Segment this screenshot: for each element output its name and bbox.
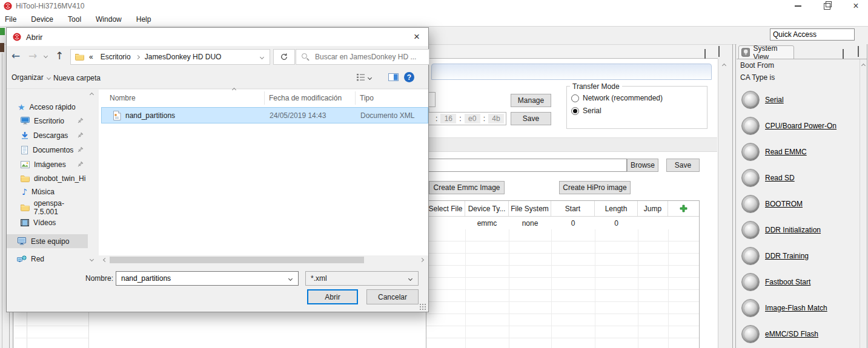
sidebar-scrollbar[interactable]	[88, 90, 96, 265]
mac-address-fields[interactable]: : 16 : e0 : 4b	[426, 112, 506, 125]
sidebar-item-folder[interactable]: openspa-7.5.001	[7, 200, 88, 214]
sidebar-item-desktop[interactable]: Escritorio	[7, 114, 88, 128]
sidebar-item-network[interactable]: Red	[7, 252, 88, 266]
column-header-date[interactable]: Fecha de modificación	[269, 94, 342, 102]
file-name-input[interactable]	[120, 274, 283, 283]
preview-pane-button[interactable]	[388, 73, 399, 83]
system-view-item[interactable]: eMMC/SD Flash	[741, 325, 860, 343]
add-row-button[interactable]	[668, 201, 699, 216]
save-button-top[interactable]: Save	[511, 112, 551, 125]
save-button-mid[interactable]: Save	[666, 159, 700, 172]
system-view-item-label[interactable]: eMMC/SD Flash	[765, 330, 818, 338]
file-system-cell[interactable]: none	[509, 217, 551, 230]
system-view-item[interactable]: Read EMMC	[741, 143, 860, 161]
file-type-dropdown-chevron[interactable]	[408, 276, 412, 280]
column-header[interactable]: Select File	[426, 201, 465, 216]
view-mode-button[interactable]	[357, 74, 371, 81]
system-view-item-label[interactable]: DDR Training	[765, 252, 809, 260]
resize-grip[interactable]	[419, 303, 426, 310]
radio-selected-icon[interactable]	[571, 107, 579, 115]
sidebar-item-this-pc[interactable]: Este equipo	[7, 234, 88, 248]
length-cell[interactable]: 0	[595, 217, 638, 230]
system-view-item-label[interactable]: DDR Initialization	[765, 226, 821, 234]
sidebar-item-downloads[interactable]: Descargas	[7, 128, 88, 142]
jump-cell[interactable]	[638, 217, 668, 230]
column-header[interactable]: Device Ty...	[465, 201, 509, 216]
manage-button[interactable]: Manage	[511, 94, 551, 107]
network-radio[interactable]: Network (recommended)	[571, 94, 663, 102]
dialog-close-button[interactable]: ×	[405, 28, 428, 46]
system-view-item[interactable]: BOOTROM	[741, 195, 860, 213]
radio-icon[interactable]	[571, 94, 579, 102]
sidebar-item-quick-access[interactable]: ★ Acceso rápido	[7, 100, 88, 114]
file-name-dropdown-chevron[interactable]	[288, 276, 293, 280]
system-view-item[interactable]: Read SD	[741, 169, 860, 187]
sidebar-item-videos[interactable]: Vídeos	[7, 215, 88, 229]
sidebar-item-pictures[interactable]: Imágenes	[7, 157, 88, 171]
browse-button[interactable]: Browse	[627, 159, 658, 172]
menu-window[interactable]: Window	[96, 15, 122, 24]
create-emmc-image-button[interactable]: Create Emmc Image	[429, 181, 505, 194]
menu-file[interactable]: File	[5, 15, 16, 24]
system-view-item-label[interactable]: Read SD	[765, 174, 795, 182]
quick-access-input[interactable]	[770, 28, 855, 41]
sidebar-item-documents[interactable]: Documentos	[7, 143, 88, 157]
system-view-item[interactable]: Image-Flash Match	[741, 299, 860, 317]
system-view-item[interactable]: DDR Training	[741, 247, 860, 265]
file-type-combo[interactable]: *.xml	[305, 271, 419, 286]
column-header-name[interactable]: Nombre	[110, 94, 136, 102]
mac-byte-field[interactable]: 16	[440, 114, 456, 123]
panel-minimize-icon[interactable]	[843, 50, 844, 58]
help-button[interactable]: ?	[404, 72, 414, 82]
new-folder-button[interactable]: Nueva carpeta	[53, 74, 101, 82]
system-view-item-label[interactable]: Image-Flash Match	[765, 304, 827, 312]
sidebar-item-folder[interactable]: dinobot_twin_Hi	[7, 171, 88, 185]
system-view-item-label[interactable]: CPU/Board Power-On	[765, 122, 837, 130]
refresh-button[interactable]	[273, 49, 295, 65]
system-view-item-label[interactable]: BOOTROM	[765, 200, 803, 208]
create-hipro-image-button[interactable]: Create HiPro image	[559, 181, 631, 194]
device-type-cell[interactable]: emmc	[465, 217, 509, 230]
open-button[interactable]: Abrir	[307, 289, 358, 304]
sidebar-item-music[interactable]: ♪ Música	[7, 185, 88, 199]
search-input[interactable]	[314, 52, 419, 62]
breadcrumb-collapsed[interactable]: «	[89, 53, 93, 61]
address-bar[interactable]: « Escritorio JamesDonkey HD DUO	[70, 49, 270, 65]
breadcrumb-root[interactable]: Escritorio	[101, 53, 131, 61]
system-view-item[interactable]: DDR Initialization	[741, 221, 860, 239]
column-separator[interactable]	[264, 91, 265, 105]
panel-maximize-icon[interactable]	[858, 48, 859, 56]
column-header[interactable]: Length	[595, 201, 638, 216]
menu-help[interactable]: Help	[136, 15, 151, 24]
serial-radio[interactable]: Serial	[571, 107, 601, 115]
start-cell[interactable]: 0	[551, 217, 595, 230]
image-path-input[interactable]	[428, 159, 627, 172]
column-separator[interactable]	[355, 91, 356, 105]
partition-table-row[interactable]: emmc none 0 0	[426, 217, 699, 231]
restore-button[interactable]	[817, 0, 837, 12]
column-header-type[interactable]: Tipo	[360, 94, 374, 102]
breadcrumb-current[interactable]: JamesDonkey HD DUO	[145, 53, 222, 61]
menu-tool[interactable]: Tool	[68, 15, 81, 24]
scrollbar-thumb[interactable]	[110, 257, 364, 263]
back-button[interactable]: ←	[12, 50, 20, 62]
system-view-item-label[interactable]: Read EMMC	[765, 148, 807, 156]
tab-system-view[interactable]: System View	[738, 45, 794, 59]
editor-scrollbar[interactable]	[718, 59, 732, 348]
column-header[interactable]: Start	[551, 201, 595, 216]
editor-maximize-icon[interactable]	[718, 48, 720, 56]
close-button[interactable]: ×	[846, 0, 866, 12]
column-header[interactable]: File System	[509, 201, 551, 216]
address-dropdown-chevron[interactable]	[260, 54, 264, 59]
menu-device[interactable]: Device	[31, 15, 53, 24]
search-box[interactable]	[296, 49, 429, 65]
cancel-button[interactable]: Cancelar	[366, 289, 419, 304]
file-name-combo[interactable]	[116, 271, 299, 286]
mac-byte-field[interactable]: e0	[465, 114, 480, 123]
up-button[interactable]: ↑	[55, 50, 64, 62]
minimize-button[interactable]	[787, 0, 808, 12]
recent-locations-chevron[interactable]	[44, 54, 48, 58]
editor-minimize-icon[interactable]	[704, 50, 706, 58]
system-view-item[interactable]: CPU/Board Power-On	[741, 117, 860, 135]
system-view-item[interactable]: Serial	[741, 91, 860, 109]
